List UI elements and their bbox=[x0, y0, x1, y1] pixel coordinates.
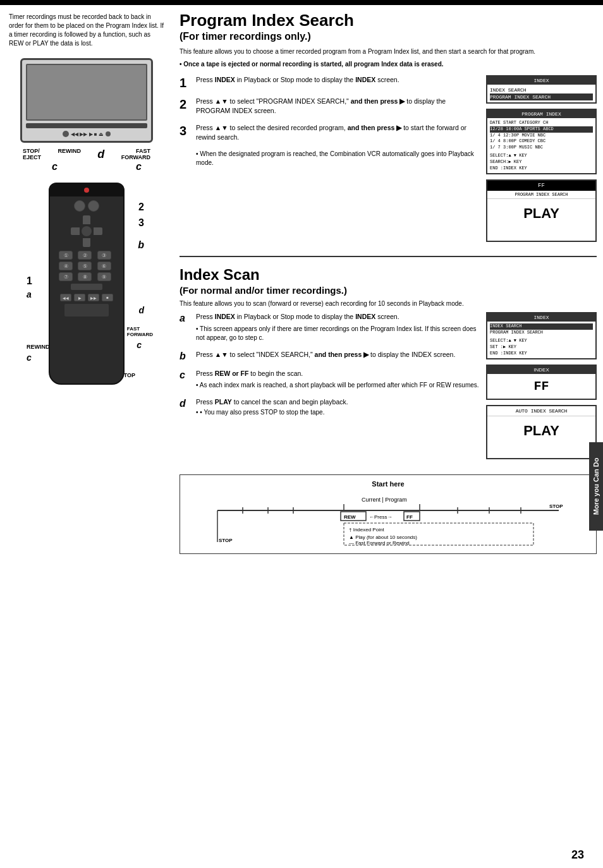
step-b: b Press ▲▼ to select "INDEX SEARCH," and… bbox=[180, 350, 480, 361]
remote-numpad: ① ② ③ ④ ⑤ ⑥ ⑦ ⑧ ⑨ bbox=[50, 251, 123, 281]
svg-text:←Press→: ←Press→ bbox=[369, 514, 392, 520]
step-3-subnote: • When the designated program is reached… bbox=[196, 150, 480, 167]
fast-forward-label: FAST FORWARD bbox=[121, 148, 150, 161]
c-label-2: c bbox=[136, 161, 142, 172]
page-number: 23 bbox=[571, 848, 584, 862]
ann-b: b bbox=[138, 239, 144, 251]
c-label-1: c bbox=[52, 161, 58, 172]
remote-dpad bbox=[71, 215, 102, 247]
steps-area-2: a Press INDEX in Playback or Stop mode t… bbox=[180, 312, 597, 464]
ff-label: FF bbox=[487, 181, 595, 191]
a-line2: PROGRAM INDEX SEARCH bbox=[490, 330, 593, 336]
step-a-note: • This screen appears only if there are … bbox=[196, 325, 480, 342]
svg-text:STOP: STOP bbox=[549, 503, 563, 509]
remote-led bbox=[84, 188, 89, 193]
screen-a-header: INDEX bbox=[487, 313, 595, 322]
section1-subtitle: (For timer recordings only.) bbox=[180, 31, 597, 42]
section2-subtitle: (For normal and/or timer recordings.) bbox=[180, 285, 597, 296]
step-c-note: • As each index mark is reached, a short… bbox=[196, 381, 479, 390]
d-label: d bbox=[97, 148, 104, 161]
remote-device: 2 3 b 1 a d FAST FORWARD c REWIND c STOP bbox=[20, 183, 153, 385]
screen-ff-play: FF PROGRAM INDEX SEARCH PLAY bbox=[486, 179, 597, 242]
section2-title: Index Scan bbox=[180, 266, 597, 284]
remote-top bbox=[50, 184, 123, 196]
remote-btn-b bbox=[88, 200, 99, 212]
vcr-c-labels: c c bbox=[20, 161, 153, 172]
play-display: PLAY bbox=[487, 199, 595, 228]
num-btn-5: ⑤ bbox=[78, 262, 92, 270]
transport-play: ▶ bbox=[74, 294, 85, 301]
screen-index-1: INDEX INDEX SEARCH PROGRAM INDEX SEARCH bbox=[486, 75, 597, 104]
side-note: Timer recordings must be recorded back t… bbox=[9, 13, 164, 48]
num-btn-1: ① bbox=[59, 251, 73, 260]
bottom-diagram: Start here Current | Program REW ←Press→ bbox=[180, 474, 597, 554]
vcr-screen bbox=[26, 64, 147, 121]
num-btn-4: ④ bbox=[59, 262, 73, 270]
ann-ff: FAST FORWARD bbox=[127, 326, 153, 337]
pi-columns: DATE START CATEGORY CH bbox=[490, 120, 593, 126]
top-bar bbox=[0, 0, 603, 5]
dpad-center bbox=[82, 226, 92, 236]
side-tab: More you Can Do bbox=[589, 442, 603, 531]
step-d-letter: d bbox=[180, 397, 192, 409]
dpad-left bbox=[71, 227, 80, 235]
pi-row2: 1/ 4 12:30P MOVIE NBC bbox=[490, 133, 593, 139]
index-line1: INDEX SEARCH bbox=[490, 87, 527, 93]
ann-d: d bbox=[138, 305, 144, 315]
a-line1: INDEX SEARCH bbox=[490, 323, 593, 330]
remote-wide-btn bbox=[71, 284, 102, 290]
screens-col-2: INDEX INDEX SEARCH PROGRAM INDEX SEARCH … bbox=[486, 312, 597, 464]
ann-1: 1 bbox=[27, 275, 32, 287]
step-d-text: Press PLAY to cancel the scan and begin … bbox=[196, 397, 348, 417]
screen-index-b: INDEX FF bbox=[486, 365, 597, 400]
screen-b-ff: FF bbox=[487, 374, 595, 399]
screen-bottom-space bbox=[487, 228, 595, 241]
num-btn-7: ⑦ bbox=[59, 272, 73, 281]
screen-a-body: INDEX SEARCH PROGRAM INDEX SEARCH SELECT… bbox=[487, 322, 595, 358]
screen-program-index: PROGRAM INDEX DATE START CATEGORY CH 12/… bbox=[486, 109, 597, 174]
steps-area-1: 1 Press INDEX in Playback or Stop mode t… bbox=[180, 75, 597, 248]
step-b-text: Press ▲▼ to select "INDEX SEARCH," and t… bbox=[196, 350, 455, 359]
step-c-letter: c bbox=[180, 369, 192, 380]
num-btn-8: ⑧ bbox=[78, 272, 92, 281]
vcr-buttons: ◀◀ ▶▶ ▶ ■ ⏏ bbox=[26, 131, 147, 137]
program-index-search-label: PROGRAM INDEX SEARCH bbox=[487, 191, 595, 199]
pi-row1: 12/28 10:00A SPORTS ABCD bbox=[490, 126, 593, 133]
step-a-text: Press INDEX in Playback or Stop mode to … bbox=[196, 312, 480, 342]
ann-3: 3 bbox=[138, 217, 144, 229]
a-footer1: SELECT:▲ ▼ KEY bbox=[490, 338, 593, 344]
section1-note: • Once a tape is ejected or normal recor… bbox=[180, 60, 597, 69]
svg-text:FF: FF bbox=[406, 514, 413, 520]
step-1-text: Press INDEX in Playback or Stop mode to … bbox=[196, 75, 399, 85]
step-3-num: 3 bbox=[180, 123, 192, 137]
step-a-letter: a bbox=[180, 312, 192, 323]
svg-text:▲ Play (for about 10 seconds): ▲ Play (for about 10 seconds) bbox=[349, 534, 417, 540]
svg-text:Current | Program: Current | Program bbox=[362, 497, 407, 503]
remote-btn-row-1 bbox=[50, 200, 123, 212]
dpad-up bbox=[83, 215, 90, 224]
right-column: Program Index Search (For timer recordin… bbox=[171, 5, 603, 560]
step-2-num: 2 bbox=[180, 97, 192, 111]
step-2-text: Press ▲▼ to select "PROGRAM INDEX SEARCH… bbox=[196, 97, 480, 116]
section2-desc: This feature allows you to scan (forward… bbox=[180, 299, 597, 308]
step-1: 1 Press INDEX in Playback or Stop mode t… bbox=[180, 75, 480, 89]
steps-list-2: a Press INDEX in Playback or Stop mode t… bbox=[180, 312, 480, 464]
ann-2: 2 bbox=[138, 202, 144, 213]
screen-b-header: INDEX bbox=[487, 366, 595, 374]
remote-transport: ◀◀ ▶ ▶▶ ■ bbox=[50, 294, 123, 301]
transport-stop: ■ bbox=[102, 294, 113, 301]
a-footer3: END :INDEX KEY bbox=[490, 351, 593, 357]
step-2: 2 Press ▲▼ to select "PROGRAM INDEX SEAR… bbox=[180, 97, 480, 116]
ann-a: a bbox=[27, 289, 32, 299]
pi-footer2: SEARCH:▶ KEY bbox=[490, 159, 593, 166]
svg-text:† Indexed Point: † Indexed Point bbox=[349, 527, 384, 533]
steps-list-1: 1 Press INDEX in Playback or Stop mode t… bbox=[180, 75, 480, 248]
auto-bottom-space bbox=[487, 445, 595, 458]
num-btn-6: ⑥ bbox=[97, 262, 111, 270]
vcr-device: ◀◀ ▶▶ ▶ ■ ⏏ bbox=[20, 58, 153, 143]
remote-body: ① ② ③ ④ ⑤ ⑥ ⑦ ⑧ ⑨ ◀◀ ▶ ▶▶ bbox=[49, 183, 125, 385]
num-btn-9: ⑨ bbox=[97, 272, 111, 281]
vcr-btn-2 bbox=[106, 131, 111, 136]
remote-extra-rows bbox=[50, 304, 123, 316]
screens-col-1: INDEX INDEX SEARCH PROGRAM INDEX SEARCH … bbox=[486, 75, 597, 248]
